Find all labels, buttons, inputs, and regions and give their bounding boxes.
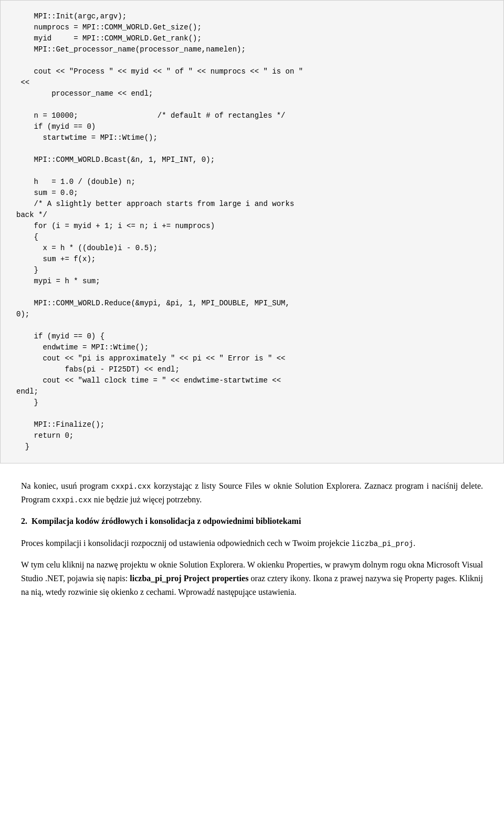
- paragraph-2: Proces kompilacji i konsolidacji rozpocz…: [21, 537, 483, 550]
- para1-text-before: Na koniec, usuń program: [21, 481, 111, 490]
- prose-section: Na koniec, usuń program cxxpi.cxx korzys…: [0, 463, 504, 623]
- code-block: MPI::Init(argc,argv); numprocs = MPI::CO…: [0, 0, 504, 463]
- para2-text-before: Proces kompilacji i konsolidacji rozpocz…: [21, 539, 352, 548]
- para3-bold: liczba_pi_proj Project properties: [130, 574, 248, 583]
- paragraph-3: W tym celu kliknij na nazwę projektu w o…: [21, 558, 483, 599]
- code-section: MPI::Init(argc,argv); numprocs = MPI::CO…: [0, 0, 504, 463]
- section-heading-line: 2. Kompilacja kodów źródłowych i konsoli…: [21, 514, 483, 528]
- section-title: Kompilacja kodów źródłowych i konsolidac…: [32, 514, 301, 528]
- para1-text-after: nie będzie już więcej potrzebny.: [92, 495, 202, 504]
- para1-code1: cxxpi.cxx: [111, 482, 151, 491]
- para1-code2: cxxpi.cxx: [52, 496, 92, 504]
- section-number: 2.: [21, 514, 27, 528]
- para2-code: liczba_pi_proj: [352, 540, 414, 548]
- paragraph-1: Na koniec, usuń program cxxpi.cxx korzys…: [21, 479, 483, 506]
- para2-text-end: .: [413, 539, 415, 548]
